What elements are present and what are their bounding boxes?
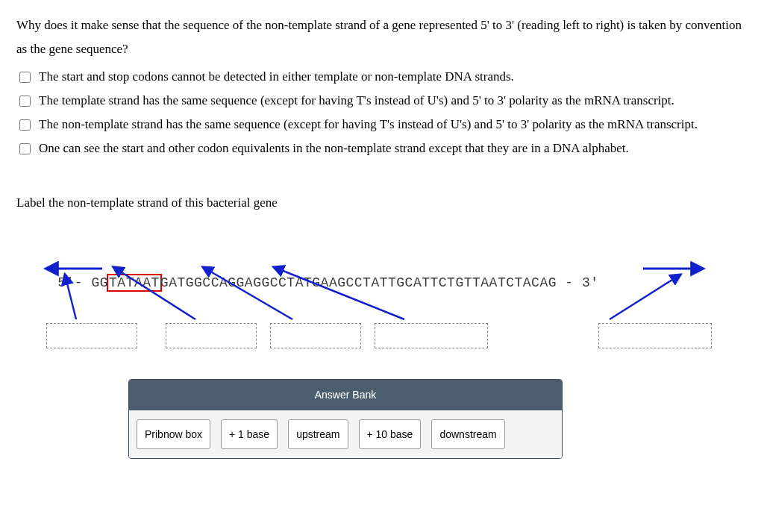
drop-slot-2[interactable] — [166, 323, 257, 348]
sub-prompt: Label the non-template strand of this ba… — [16, 191, 748, 215]
option-row: One can see the start and other codon eq… — [16, 137, 748, 160]
chip-plus-10-base[interactable]: + 10 base — [359, 419, 422, 450]
chip-upstream[interactable]: upstream — [288, 419, 348, 450]
chip-downstream[interactable]: downstream — [431, 419, 504, 450]
drop-slot-4[interactable] — [375, 323, 488, 348]
chip-plus-1-base[interactable]: + 1 base — [221, 419, 278, 450]
chip-pribnow-box[interactable]: Pribnow box — [137, 419, 210, 450]
option-row: The template strand has the same sequenc… — [16, 89, 748, 113]
option-text-3: The non-template strand has the same seq… — [39, 113, 748, 137]
option-checkbox-1[interactable] — [19, 72, 31, 83]
option-text-4: One can see the start and other codon eq… — [39, 137, 748, 160]
sequence-diagram: 5'- GGTATAATGATGGCCAGGAGGCCTATGAAGCCTATT… — [24, 245, 740, 364]
option-row: The non-template strand has the same seq… — [16, 113, 748, 137]
drop-slot-5[interactable] — [598, 323, 712, 348]
answer-bank-title: Answer Bank — [129, 380, 562, 410]
pribnow-box-highlight: TATAAT — [107, 274, 162, 292]
option-row: The start and stop codons cannot be dete… — [16, 65, 748, 89]
option-text-2: The template strand has the same sequenc… — [39, 89, 748, 113]
option-checkbox-3[interactable] — [19, 119, 31, 131]
drop-slot-1[interactable] — [46, 323, 137, 348]
question-text: Why does it make sense that the sequence… — [16, 13, 748, 62]
answer-bank: Answer Bank Pribnow box + 1 base upstrea… — [128, 379, 563, 459]
svg-line-6 — [610, 275, 680, 319]
option-text-1: The start and stop codons cannot be dete… — [39, 65, 748, 89]
drop-slot-3[interactable] — [270, 323, 361, 348]
option-checkbox-2[interactable] — [19, 96, 31, 107]
option-checkbox-4[interactable] — [19, 143, 31, 154]
sequence-text: 5'- GGTATAATGATGGCCAGGAGGCCTATGAAGCCTATT… — [24, 245, 599, 322]
